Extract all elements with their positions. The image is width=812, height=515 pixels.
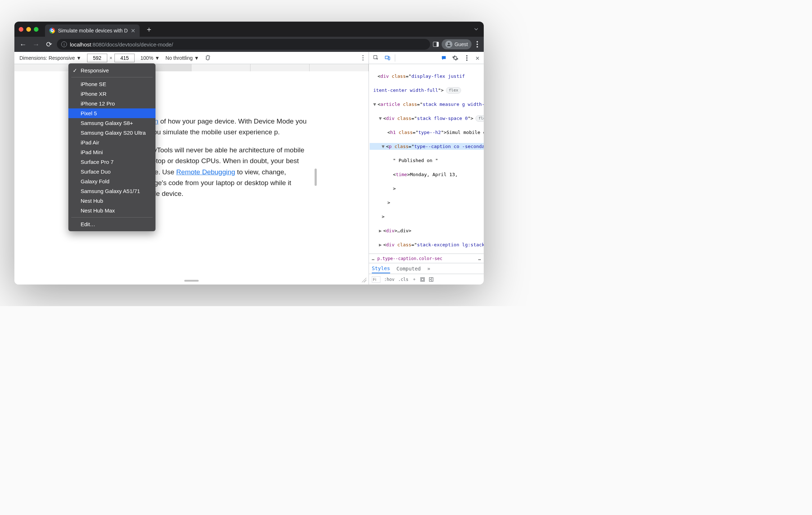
settings-icon[interactable] <box>450 53 460 63</box>
device-item[interactable]: Galaxy Fold <box>68 176 155 186</box>
devtools-header: ✕ <box>369 52 484 64</box>
dropdown-separator <box>71 77 153 77</box>
url-text: localhost:8080/docs/devtools/device-mode… <box>70 41 173 48</box>
dropdown-separator <box>71 217 153 218</box>
styles-toolbar: :hov .cls ＋ <box>369 274 484 285</box>
messages-icon[interactable] <box>439 53 449 63</box>
profile-label: Guest <box>455 41 468 47</box>
resize-handle-right[interactable] <box>315 169 317 186</box>
svg-point-0 <box>448 42 450 44</box>
device-item[interactable]: Samsung Galaxy S8+ <box>68 118 155 128</box>
chevron-down-icon: ▼ <box>194 55 199 61</box>
device-item-responsive[interactable]: Responsive <box>68 66 155 75</box>
devtools-menu-button[interactable] <box>462 53 472 63</box>
svg-rect-9 <box>421 277 425 281</box>
maximize-window-button[interactable] <box>34 27 39 32</box>
throttling-label: No throttling <box>166 55 193 61</box>
device-item[interactable]: Nest Hub <box>68 196 155 206</box>
breadcrumb-ellipsis[interactable]: … <box>478 256 481 261</box>
device-item[interactable]: Samsung Galaxy S20 Ultra <box>68 128 155 138</box>
svg-point-7 <box>466 57 468 59</box>
chevron-down-icon: ▼ <box>76 55 81 61</box>
computed-styles-icon[interactable] <box>420 277 425 282</box>
browser-window: Simulate mobile devices with D ✕ ＋ ← → ⟳… <box>14 22 484 285</box>
tab-overflow-button[interactable] <box>473 26 479 32</box>
tab-styles[interactable]: Styles <box>372 264 390 273</box>
elements-breadcrumb[interactable]: … p.type--caption.color-sec … <box>369 254 484 263</box>
tab-title: Simulate mobile devices with D <box>58 28 128 33</box>
address-bar[interactable]: i localhost:8080/docs/devtools/device-mo… <box>57 39 430 50</box>
remote-debugging-link[interactable]: Remote Debugging <box>176 168 235 176</box>
device-item[interactable]: iPhone XR <box>68 89 155 99</box>
device-item[interactable]: iPad Air <box>68 138 155 147</box>
chrome-favicon-icon <box>49 28 55 33</box>
avatar-icon <box>445 41 452 48</box>
devtools-panel: ✕ <div class="display-flex justif itent-… <box>369 52 484 285</box>
width-input[interactable] <box>87 54 107 62</box>
viewport-area: # first-order approximation of how your … <box>14 71 369 285</box>
tab-computed[interactable]: Computed <box>397 264 421 273</box>
device-mode-pane: Dimensions: Responsive ▼ × 100% ▼ No thr… <box>14 52 369 285</box>
forward-button[interactable]: → <box>31 40 41 49</box>
dimensions-label: Dimensions: Responsive <box>19 55 75 61</box>
zoom-dropdown[interactable]: 100% ▼ <box>140 55 160 61</box>
svg-point-6 <box>466 55 468 57</box>
reload-button[interactable]: ⟳ <box>44 40 54 49</box>
window-controls <box>19 27 39 32</box>
new-style-rule-button[interactable]: ＋ <box>412 276 416 282</box>
inspect-element-icon[interactable] <box>371 53 381 63</box>
device-edit-item[interactable]: Edit… <box>68 219 155 229</box>
device-item[interactable]: iPad Mini <box>68 147 155 157</box>
height-input[interactable] <box>114 54 135 62</box>
breakpoint-ruler[interactable] <box>14 64 369 71</box>
workspace: Dimensions: Responsive ▼ × 100% ▼ No thr… <box>14 52 484 285</box>
device-item[interactable]: Pixel 5 <box>68 108 155 118</box>
toggle-sidebar-icon[interactable] <box>429 277 434 282</box>
tab-more[interactable]: » <box>427 264 430 273</box>
toolbar: ← → ⟳ i localhost:8080/docs/devtools/dev… <box>14 37 484 52</box>
device-item[interactable]: Nest Hub Max <box>68 206 155 215</box>
browser-tab[interactable]: Simulate mobile devices with D ✕ <box>45 24 140 37</box>
minimize-window-button[interactable] <box>26 27 31 32</box>
close-window-button[interactable] <box>19 27 23 32</box>
resize-handle-corner[interactable] <box>361 277 366 282</box>
breadcrumb-ellipsis[interactable]: … <box>372 256 374 261</box>
device-toolbar-menu-button[interactable] <box>362 55 364 61</box>
zoom-label: 100% <box>140 55 153 61</box>
throttling-dropdown[interactable]: No throttling ▼ <box>166 55 199 61</box>
size-inputs: × <box>87 54 135 62</box>
device-item[interactable]: iPhone SE <box>68 79 155 89</box>
device-item[interactable]: Surface Duo <box>68 167 155 176</box>
browser-menu-button[interactable] <box>474 41 480 48</box>
device-toggle-icon[interactable] <box>383 53 393 63</box>
styles-tabs: Styles Computed » <box>369 263 484 274</box>
times-icon: × <box>109 55 112 61</box>
breadcrumb-current[interactable]: p.type--caption.color-sec <box>377 256 442 261</box>
chevron-down-icon: ▼ <box>155 55 160 61</box>
new-tab-button[interactable]: ＋ <box>145 24 153 34</box>
svg-rect-10 <box>421 278 424 281</box>
elements-tree[interactable]: <div class="display-flex justif itent-ce… <box>369 64 484 254</box>
device-item[interactable]: Surface Pro 7 <box>68 157 155 167</box>
filter-input[interactable] <box>372 276 380 283</box>
dimensions-dropdown[interactable]: Dimensions: Responsive ▼ <box>19 55 81 61</box>
site-info-icon[interactable]: i <box>61 41 67 47</box>
device-list-dropdown: Responsive iPhone SE iPhone XR iPhone 12… <box>68 63 155 231</box>
cls-toggle[interactable]: .cls <box>398 277 409 282</box>
svg-point-8 <box>466 59 468 61</box>
device-item[interactable]: Samsung Galaxy A51/71 <box>68 186 155 196</box>
back-button[interactable]: ← <box>18 40 28 49</box>
side-panel-icon[interactable] <box>433 42 439 47</box>
device-item[interactable]: iPhone 12 Pro <box>68 99 155 108</box>
profile-button[interactable]: Guest <box>442 39 472 49</box>
resize-handle-bottom[interactable] <box>184 280 199 282</box>
device-toolbar: Dimensions: Responsive ▼ × 100% ▼ No thr… <box>14 52 369 64</box>
title-bar: Simulate mobile devices with D ✕ ＋ <box>14 22 484 37</box>
rotate-button[interactable] <box>205 55 211 61</box>
hover-toggle[interactable]: :hov <box>384 277 394 282</box>
close-devtools-button[interactable]: ✕ <box>473 54 482 62</box>
close-tab-button[interactable]: ✕ <box>131 27 135 34</box>
